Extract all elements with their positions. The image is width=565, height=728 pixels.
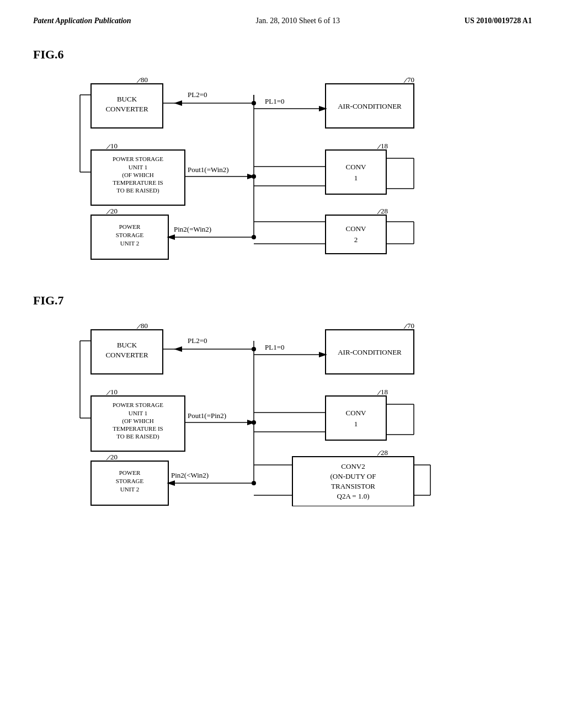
- fig6-label: FIG.6: [33, 47, 532, 62]
- svg-point-96: [252, 420, 256, 425]
- svg-text:18: 18: [381, 388, 388, 396]
- fig6-diagram: 80 70 PL2=0 PL1=0: [55, 73, 508, 260]
- svg-text:STORAGE: STORAGE: [116, 232, 144, 238]
- figure-7-section: FIG.7 80 70 PL2=0: [33, 293, 532, 506]
- svg-text:UNIT 1: UNIT 1: [129, 410, 147, 416]
- svg-rect-74: [326, 396, 386, 440]
- svg-text:28: 28: [381, 207, 388, 215]
- svg-text:BUCK: BUCK: [117, 95, 137, 103]
- svg-rect-84: [91, 461, 168, 505]
- svg-text:CONV2: CONV2: [341, 462, 365, 470]
- svg-text:CONV: CONV: [346, 224, 366, 233]
- svg-rect-16: [326, 150, 386, 194]
- svg-text:Q2A = 1.0): Q2A = 1.0): [337, 492, 370, 500]
- svg-text:18: 18: [381, 142, 388, 150]
- svg-text:CONV: CONV: [346, 163, 366, 171]
- svg-text:20: 20: [110, 207, 118, 215]
- svg-text:UNIT 1: UNIT 1: [129, 164, 147, 170]
- svg-marker-66: [174, 346, 182, 352]
- svg-text:TEMPERATURE IS: TEMPERATURE IS: [113, 179, 163, 186]
- svg-text:UNIT 2: UNIT 2: [120, 486, 139, 493]
- svg-text:CONVERTER: CONVERTER: [105, 105, 148, 113]
- svg-text:10: 10: [110, 142, 118, 150]
- figure-6-section: FIG.6 80 70: [33, 47, 532, 260]
- svg-text:BUCK: BUCK: [117, 341, 137, 349]
- header-left: Patent Application Publication: [33, 17, 131, 25]
- svg-rect-5: [326, 84, 414, 128]
- svg-marker-19: [247, 174, 255, 179]
- svg-text:70: 70: [407, 76, 414, 84]
- header-center: Jan. 28, 2010 Sheet 6 of 13: [256, 17, 340, 25]
- svg-text:PL2=0: PL2=0: [188, 90, 207, 99]
- svg-text:POWER STORAGE: POWER STORAGE: [113, 402, 163, 408]
- svg-text:80: 80: [141, 76, 148, 84]
- svg-text:(ON-DUTY OF: (ON-DUTY OF: [331, 472, 376, 480]
- fig7-label: FIG.7: [33, 293, 532, 308]
- svg-marker-89: [167, 480, 175, 486]
- svg-marker-31: [167, 234, 175, 240]
- svg-text:70: 70: [407, 322, 414, 330]
- svg-text:AIR-CONDITIONER: AIR-CONDITIONER: [338, 348, 402, 356]
- svg-text:Pout1(=Win2): Pout1(=Win2): [188, 165, 229, 174]
- svg-point-39: [252, 235, 256, 239]
- svg-text:28: 28: [381, 448, 388, 457]
- svg-text:AIR-CONDITIONER: AIR-CONDITIONER: [338, 102, 402, 110]
- svg-rect-72: [91, 396, 185, 451]
- svg-marker-77: [247, 420, 255, 425]
- svg-text:PL1=0: PL1=0: [265, 343, 285, 351]
- fig7-diagram: 80 70 PL2=0 PL1=0 10: [55, 319, 508, 506]
- svg-point-38: [252, 174, 256, 179]
- svg-point-55: [252, 101, 256, 105]
- svg-text:1: 1: [354, 420, 358, 428]
- svg-text:POWER: POWER: [119, 223, 141, 230]
- svg-text:2: 2: [354, 235, 358, 244]
- svg-text:Pin2(=Win2): Pin2(=Win2): [174, 225, 211, 233]
- page-header: Patent Application Publication Jan. 28, …: [33, 17, 532, 25]
- svg-rect-3: [91, 84, 163, 128]
- svg-text:TO BE RAISED): TO BE RAISED): [116, 187, 159, 194]
- svg-text:STORAGE: STORAGE: [116, 478, 144, 484]
- svg-text:Pin2(<Win2): Pin2(<Win2): [171, 471, 209, 479]
- svg-text:1: 1: [354, 174, 358, 182]
- svg-marker-11: [319, 106, 327, 111]
- svg-text:PL1=0: PL1=0: [265, 97, 285, 105]
- svg-text:UNIT 2: UNIT 2: [120, 240, 139, 247]
- svg-text:80: 80: [141, 322, 148, 330]
- svg-marker-69: [319, 352, 327, 357]
- page: Patent Application Publication Jan. 28, …: [0, 0, 565, 728]
- svg-text:20: 20: [110, 453, 118, 461]
- svg-point-97: [252, 481, 256, 485]
- svg-text:(OF WHICH: (OF WHICH: [122, 417, 154, 425]
- svg-rect-14: [91, 150, 185, 205]
- svg-rect-63: [326, 330, 414, 374]
- svg-text:10: 10: [110, 388, 118, 396]
- svg-text:(OF WHICH: (OF WHICH: [122, 172, 154, 179]
- svg-text:TEMPERATURE IS: TEMPERATURE IS: [113, 425, 163, 432]
- header-right: US 2010/0019728 A1: [465, 17, 532, 25]
- svg-rect-26: [91, 215, 168, 259]
- svg-rect-28: [326, 215, 386, 254]
- svg-text:TO BE RAISED): TO BE RAISED): [116, 433, 159, 440]
- svg-rect-61: [91, 330, 163, 374]
- svg-text:POWER: POWER: [119, 469, 141, 476]
- svg-text:Pout1(=Pin2): Pout1(=Pin2): [188, 411, 226, 420]
- svg-text:CONVERTER: CONVERTER: [105, 351, 148, 359]
- svg-text:PL2=0: PL2=0: [188, 336, 207, 345]
- svg-text:POWER STORAGE: POWER STORAGE: [113, 156, 163, 162]
- svg-text:TRANSISTOR: TRANSISTOR: [331, 482, 375, 490]
- svg-text:CONV: CONV: [346, 409, 366, 417]
- svg-point-98: [252, 347, 256, 351]
- svg-rect-86: [292, 457, 414, 506]
- svg-marker-8: [174, 100, 182, 106]
